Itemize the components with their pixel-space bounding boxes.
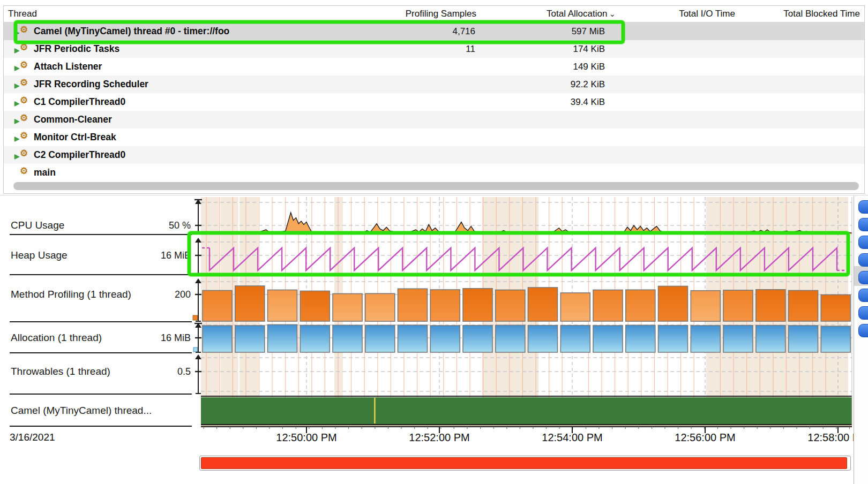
lane-thr[interactable] xyxy=(201,354,852,394)
lane-label-method: Method Profiling (1 thread) xyxy=(11,289,131,300)
lane-span[interactable] xyxy=(201,397,852,424)
lane-scale-value-method: 200 xyxy=(143,289,191,300)
chart-config-panel xyxy=(854,196,868,484)
time-axis-label: 12:56:00 PM xyxy=(646,432,764,444)
lane-separator xyxy=(10,426,192,427)
timeline-horizontal-scrollbar[interactable] xyxy=(199,456,851,471)
chart-config-button[interactable] xyxy=(858,236,868,249)
lane-separator xyxy=(10,321,192,322)
lane-separator xyxy=(10,234,192,235)
lane-separator xyxy=(10,274,192,275)
timeline-scrollbar-thumb[interactable] xyxy=(201,457,847,469)
lane-label-heap: Heap Usage xyxy=(11,249,68,261)
lane-separator xyxy=(10,394,192,395)
lane-scale-value-thr: 0.5 xyxy=(143,366,191,377)
lane-method[interactable] xyxy=(201,278,852,321)
chart-config-button[interactable] xyxy=(858,324,868,337)
lane-label-span: Camel (MyTinyCamel) thread... xyxy=(11,405,152,417)
jmc-threads-view: ThreadProfiling SamplesTotal Allocation⌄… xyxy=(0,0,868,484)
lane-label-cpu: CPU Usage xyxy=(11,220,64,231)
lane-separator xyxy=(10,352,192,353)
chart-config-button[interactable] xyxy=(858,218,868,231)
chart-config-button[interactable] xyxy=(858,253,868,267)
time-axis-label: 12:50:00 PM xyxy=(248,432,365,444)
date-label: 3/16/2021 xyxy=(10,432,55,443)
chart-config-button[interactable] xyxy=(858,306,868,320)
chart-config-button[interactable] xyxy=(858,200,868,214)
lane-alloc[interactable] xyxy=(201,323,852,352)
time-axis-label: 12:52:00 PM xyxy=(380,432,498,444)
annotation-table-row-highlight xyxy=(14,20,625,44)
time-axis-label: 12:54:00 PM xyxy=(513,432,631,444)
lane-heap[interactable] xyxy=(201,238,852,274)
lane-scale-value-cpu: 50 % xyxy=(143,220,191,231)
lane-scale-value-heap: 16 MiB xyxy=(143,250,191,261)
chart-config-button[interactable] xyxy=(858,289,868,302)
lane-scale-value-alloc: 16 MiB xyxy=(143,332,191,344)
lane-label-alloc: Allocation (1 thread) xyxy=(11,332,102,344)
lane-cpu[interactable] xyxy=(201,199,852,234)
chart-config-button[interactable] xyxy=(858,271,868,284)
lane-label-thr: Throwables (1 thread) xyxy=(11,366,110,377)
